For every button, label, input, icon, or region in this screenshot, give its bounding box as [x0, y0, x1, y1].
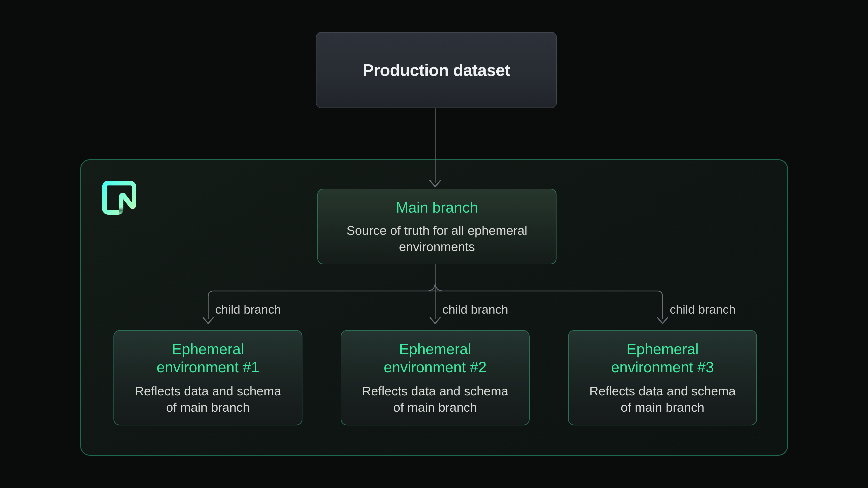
ephemeral-environment-node-3: Ephemeral environment #3 Reflects data a… [568, 330, 757, 425]
env-1-title: Ephemeral environment #1 [157, 340, 259, 376]
env-1-subtitle: Reflects data and schema of main branch [135, 383, 281, 416]
main-branch-subtitle-line2: environments [346, 238, 527, 255]
env-2-title: Ephemeral environment #2 [384, 340, 487, 376]
ephemeral-environment-node-2: Ephemeral environment #2 Reflects data a… [341, 330, 530, 425]
edge-label-child-branch-1: child branch [215, 302, 281, 316]
env-2-subtitle-line2: of main branch [362, 399, 508, 416]
diagram-canvas: Production dataset Main branch Sourc [0, 0, 868, 488]
env-3-subtitle-line2: of main branch [589, 399, 736, 416]
env-1-title-line1: Ephemeral [157, 340, 259, 358]
env-3-subtitle-line1: Reflects data and schema [589, 383, 736, 399]
env-3-title: Ephemeral environment #3 [611, 340, 714, 376]
main-branch-node: Main branch Source of truth for all ephe… [317, 189, 557, 264]
edge-label-child-branch-3: child branch [670, 302, 736, 316]
edge-label-child-branch-2: child branch [442, 302, 508, 316]
env-3-title-line1: Ephemeral [611, 340, 714, 358]
env-2-subtitle-line1: Reflects data and schema [362, 383, 508, 399]
production-dataset-node: Production dataset [316, 32, 557, 108]
main-branch-title: Main branch [396, 198, 478, 217]
ephemeral-environment-node-1: Ephemeral environment #1 Reflects data a… [114, 330, 303, 425]
env-2-title-line2: environment #2 [384, 358, 487, 376]
main-branch-subtitle-line1: Source of truth for all ephemeral [346, 222, 527, 238]
neon-logo-icon [102, 181, 136, 215]
main-branch-subtitle: Source of truth for all ephemeral enviro… [346, 222, 527, 255]
env-2-subtitle: Reflects data and schema of main branch [362, 383, 508, 416]
env-1-title-line2: environment #1 [157, 358, 259, 376]
env-2-title-line1: Ephemeral [384, 340, 487, 358]
env-1-subtitle-line2: of main branch [135, 399, 281, 416]
env-3-subtitle: Reflects data and schema of main branch [589, 383, 736, 416]
env-1-subtitle-line1: Reflects data and schema [135, 383, 281, 399]
production-dataset-title: Production dataset [363, 61, 510, 80]
env-3-title-line2: environment #3 [611, 358, 714, 376]
